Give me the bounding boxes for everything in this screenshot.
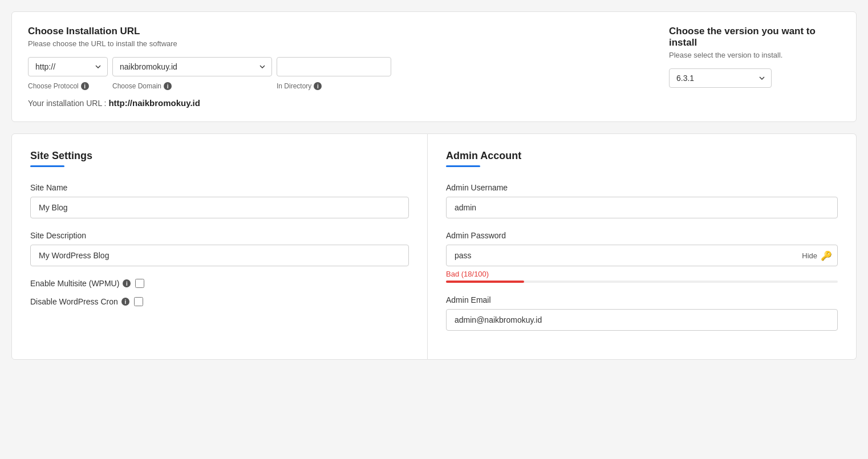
site-name-group: Site Name bbox=[30, 183, 409, 218]
cron-info-icon[interactable]: i bbox=[121, 298, 129, 306]
protocol-label: Choose Protocol i bbox=[28, 82, 108, 90]
strength-bar bbox=[446, 281, 524, 283]
admin-username-group: Admin Username bbox=[446, 183, 838, 218]
multisite-info-icon[interactable]: i bbox=[123, 279, 131, 287]
password-strength-text: Bad (18/100) bbox=[446, 270, 838, 278]
enable-multisite-group: Enable Multisite (WPMU) i bbox=[30, 279, 409, 288]
protocol-select[interactable]: http:// https:// bbox=[28, 57, 108, 76]
admin-email-input[interactable] bbox=[446, 309, 838, 331]
key-icon: 🔑 bbox=[821, 250, 832, 261]
version-title: Choose the version you want to install bbox=[669, 26, 840, 48]
strength-bar-container bbox=[446, 281, 838, 283]
installation-url-display: Your installation URL : http://naikbromo… bbox=[28, 98, 646, 108]
admin-account-title: Admin Account bbox=[446, 150, 838, 162]
admin-username-label: Admin Username bbox=[446, 183, 838, 192]
disable-cron-label: Disable WordPress Cron i bbox=[30, 297, 129, 306]
version-select[interactable]: 6.3.1 6.3.0 6.2.2 bbox=[669, 68, 772, 88]
site-description-input[interactable] bbox=[30, 245, 409, 266]
admin-username-input[interactable] bbox=[446, 197, 838, 218]
version-subtitle: Please select the version to install. bbox=[669, 51, 840, 59]
enable-multisite-label: Enable Multisite (WPMU) i bbox=[30, 279, 131, 288]
directory-label: In Directory i bbox=[277, 82, 379, 90]
disable-cron-checkbox[interactable] bbox=[134, 297, 143, 306]
enable-multisite-checkbox[interactable] bbox=[135, 279, 144, 288]
hide-password-button[interactable]: Hide bbox=[802, 251, 817, 260]
site-description-group: Site Description bbox=[30, 231, 409, 266]
installation-url-title: Choose Installation URL bbox=[28, 26, 646, 37]
domain-select[interactable]: naikbromokuy.id bbox=[112, 57, 272, 76]
directory-info-icon[interactable]: i bbox=[314, 82, 322, 90]
admin-password-label: Admin Password bbox=[446, 231, 838, 240]
admin-account-underline bbox=[446, 165, 480, 167]
installation-url-section: Choose Installation URL Please choose th… bbox=[11, 11, 857, 122]
admin-password-input[interactable] bbox=[446, 245, 838, 266]
domain-info-icon[interactable]: i bbox=[164, 82, 172, 90]
admin-email-label: Admin Email bbox=[446, 295, 838, 304]
field-labels: Choose Protocol i Choose Domain i In Dir… bbox=[28, 82, 646, 90]
directory-input[interactable] bbox=[277, 57, 391, 76]
url-fields: http:// https:// naikbromokuy.id bbox=[28, 57, 646, 76]
admin-account-panel: Admin Account Admin Username Admin Passw… bbox=[428, 133, 857, 360]
protocol-info-icon[interactable]: i bbox=[81, 82, 89, 90]
install-left: Choose Installation URL Please choose th… bbox=[28, 26, 646, 108]
password-wrapper: Hide 🔑 bbox=[446, 245, 838, 266]
install-right: Choose the version you want to install P… bbox=[669, 26, 840, 88]
site-settings-panel: Site Settings Site Name Site Description… bbox=[11, 133, 428, 360]
admin-email-group: Admin Email bbox=[446, 295, 838, 331]
site-name-input[interactable] bbox=[30, 197, 409, 218]
site-settings-title: Site Settings bbox=[30, 150, 409, 162]
installation-url-subtitle: Please choose the URL to install the sof… bbox=[28, 39, 646, 48]
admin-password-group: Admin Password Hide 🔑 Bad (18/100) bbox=[446, 231, 838, 283]
bottom-section: Site Settings Site Name Site Description… bbox=[11, 133, 857, 360]
site-name-label: Site Name bbox=[30, 183, 409, 192]
disable-cron-group: Disable WordPress Cron i bbox=[30, 297, 409, 306]
site-description-label: Site Description bbox=[30, 231, 409, 240]
domain-label: Choose Domain i bbox=[112, 82, 272, 90]
site-settings-underline bbox=[30, 165, 64, 167]
